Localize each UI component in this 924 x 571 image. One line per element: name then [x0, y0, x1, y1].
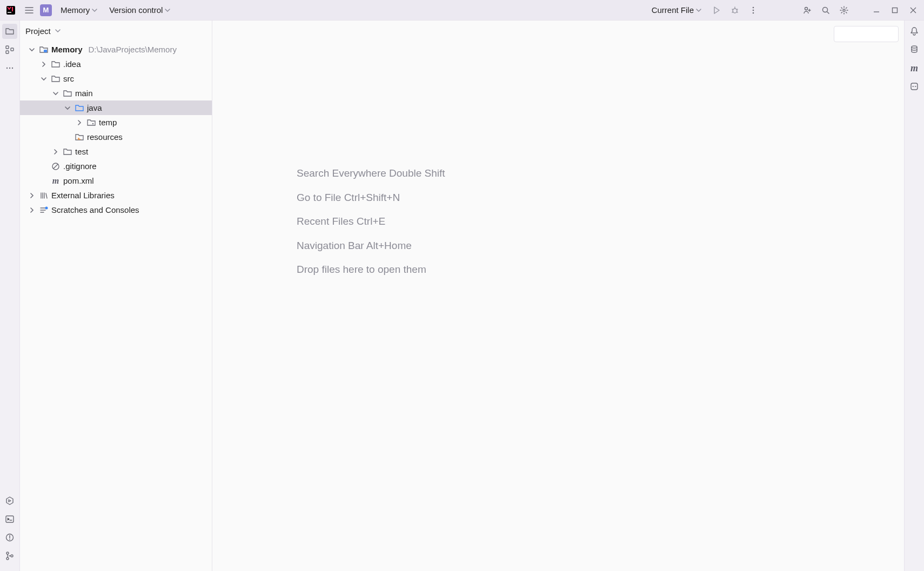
tree-node-gitignore[interactable]: .gitignore — [20, 159, 212, 173]
chevron-right-icon[interactable] — [75, 120, 84, 125]
run-configuration-dropdown[interactable]: Current File — [647, 3, 706, 18]
code-with-me-icon[interactable] — [800, 3, 815, 18]
folder-icon — [51, 59, 61, 69]
tree-label: .gitignore — [63, 162, 97, 171]
tree-label: Scratches and Consoles — [51, 205, 139, 214]
settings-icon[interactable] — [836, 3, 852, 18]
tree-node-external-libraries[interactable]: External Libraries — [20, 188, 212, 203]
chevron-right-icon[interactable] — [39, 62, 48, 67]
minimize-icon[interactable] — [869, 3, 884, 18]
tree-node-resources[interactable]: resources — [20, 130, 212, 144]
scratches-icon — [39, 205, 49, 215]
tree-label: test — [75, 147, 88, 156]
more-tools-icon[interactable] — [2, 61, 17, 76]
libraries-icon — [39, 191, 49, 200]
svg-point-13 — [9, 68, 10, 69]
project-tool-window: Project Memory D:\JavaProjects\Memory — [20, 21, 212, 571]
project-name-dropdown[interactable]: Memory — [56, 3, 102, 18]
right-tool-strip: m — [904, 21, 924, 571]
hamburger-menu-icon[interactable] — [22, 3, 37, 18]
folder-icon — [51, 74, 61, 84]
source-folder-icon — [75, 103, 84, 113]
run-icon[interactable] — [709, 3, 724, 18]
svg-point-22 — [92, 123, 93, 124]
svg-rect-26 — [911, 83, 918, 90]
maximize-icon[interactable] — [887, 3, 902, 18]
problems-tool-icon[interactable] — [2, 530, 17, 545]
vcs-tool-icon[interactable] — [2, 548, 17, 563]
svg-point-18 — [6, 552, 9, 554]
tree-node-src[interactable]: src — [20, 71, 212, 86]
svg-point-1 — [733, 9, 737, 13]
chevron-down-icon — [696, 8, 701, 13]
editor-area[interactable]: Search Everywhere Double Shift Go to Fil… — [212, 21, 904, 571]
close-icon[interactable] — [906, 3, 921, 18]
tree-node-temp[interactable]: temp — [20, 115, 212, 130]
tree-label: src — [63, 74, 74, 83]
ai-assistant-icon[interactable] — [907, 79, 922, 94]
tree-node-pom[interactable]: m pom.xml — [20, 173, 212, 188]
chevron-right-icon[interactable] — [28, 193, 36, 198]
debug-icon[interactable] — [727, 3, 742, 18]
chevron-right-icon[interactable] — [28, 207, 36, 213]
left-tool-strip — [0, 21, 20, 571]
tree-label: Memory — [51, 45, 83, 54]
svg-point-2 — [753, 6, 754, 8]
svg-rect-21 — [44, 50, 47, 52]
chevron-down-icon[interactable] — [28, 47, 36, 52]
hint-search-everywhere: Search Everywhere Double Shift — [297, 166, 904, 181]
more-actions-icon[interactable] — [746, 3, 761, 18]
chevron-down-icon[interactable] — [39, 76, 48, 82]
hint-goto-file: Go to File Ctrl+Shift+N — [297, 191, 904, 205]
tree-label: temp — [99, 118, 117, 127]
svg-rect-8 — [893, 8, 898, 12]
svg-point-3 — [753, 9, 754, 11]
vcs-dropdown[interactable]: Version control — [105, 3, 175, 18]
svg-rect-9 — [6, 46, 9, 49]
maven-file-icon: m — [51, 176, 61, 186]
tree-label: External Libraries — [51, 191, 115, 200]
project-avatar: M — [40, 4, 52, 16]
project-panel-header[interactable]: Project — [20, 21, 212, 41]
module-folder-icon — [39, 45, 49, 55]
maven-tool-icon[interactable]: m — [907, 61, 922, 76]
tree-label: .idea — [63, 59, 81, 69]
folder-icon — [63, 89, 72, 98]
svg-point-19 — [6, 557, 9, 560]
tree-node-main[interactable]: main — [20, 86, 212, 100]
ignore-file-icon — [51, 162, 61, 171]
chevron-down-icon — [55, 28, 61, 33]
search-icon[interactable] — [818, 3, 833, 18]
tree-node-idea[interactable]: .idea — [20, 57, 212, 71]
svg-point-12 — [6, 68, 8, 69]
project-panel-title: Project — [25, 26, 51, 36]
tree-node-test[interactable]: test — [20, 144, 212, 159]
chevron-right-icon[interactable] — [51, 149, 60, 154]
svg-point-25 — [912, 46, 917, 48]
editor-empty-hints: Search Everywhere Double Shift Go to Fil… — [212, 166, 904, 287]
tree-node-scratches[interactable]: Scratches and Consoles — [20, 203, 212, 217]
svg-point-5 — [805, 7, 808, 10]
tree-label: java — [87, 103, 102, 112]
database-tool-icon[interactable] — [907, 42, 922, 57]
floating-panel[interactable] — [834, 26, 899, 42]
tree-label: pom.xml — [63, 176, 94, 185]
terminal-tool-icon[interactable] — [2, 512, 17, 527]
chevron-down-icon[interactable] — [63, 105, 72, 111]
tree-node-root[interactable]: Memory D:\JavaProjects\Memory — [20, 42, 212, 57]
hint-navigation-bar: Navigation Bar Alt+Home — [297, 239, 904, 253]
tree-label: resources — [87, 132, 123, 142]
services-tool-icon[interactable] — [2, 493, 17, 508]
tree-path: D:\JavaProjects\Memory — [89, 45, 177, 54]
chevron-down-icon[interactable] — [51, 91, 60, 96]
project-tree[interactable]: Memory D:\JavaProjects\Memory .idea — [20, 41, 212, 571]
project-tool-icon[interactable] — [2, 24, 17, 39]
chevron-down-icon — [165, 8, 170, 13]
tree-node-java[interactable]: java — [20, 100, 212, 115]
project-name-label: Memory — [61, 5, 90, 15]
svg-point-20 — [11, 555, 13, 557]
main-area: Project Memory D:\JavaProjects\Memory — [0, 21, 924, 571]
vcs-label: Version control — [109, 5, 163, 15]
notifications-icon[interactable] — [907, 24, 922, 39]
structure-tool-icon[interactable] — [2, 42, 17, 57]
